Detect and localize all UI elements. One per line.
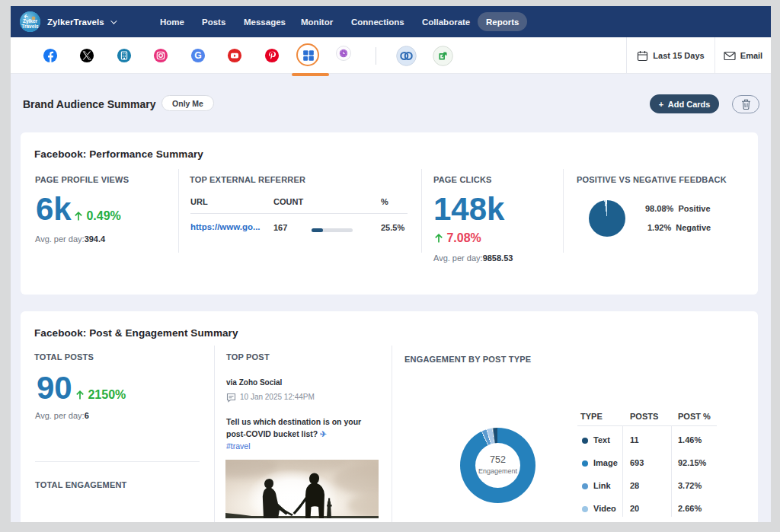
svg-text:Travels: Travels: [21, 24, 39, 29]
svg-text:G: G: [194, 50, 202, 61]
